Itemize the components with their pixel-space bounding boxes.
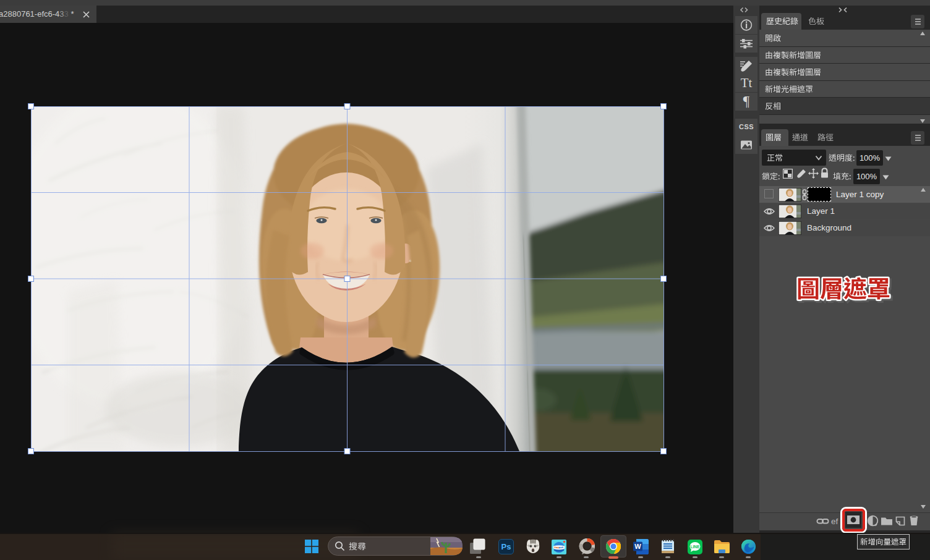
svg-text:W: W: [634, 543, 641, 550]
svg-text:LINE: LINE: [691, 545, 700, 549]
